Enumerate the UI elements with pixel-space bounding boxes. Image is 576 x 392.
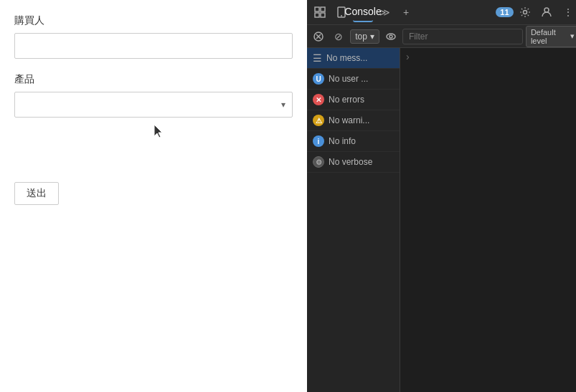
filter-icon[interactable]: ⊘: [330, 27, 347, 47]
svg-rect-4: [321, 13, 325, 17]
sidebar-item-warnings[interactable]: ⚠ No warni...: [307, 110, 400, 131]
console-chevron-icon[interactable]: ›: [403, 48, 412, 65]
product-select[interactable]: [14, 92, 293, 118]
mouse-cursor-icon: [154, 125, 164, 139]
verbose-icon: ⚙: [313, 156, 324, 168]
sidebar-item-info-label: No info: [329, 136, 356, 146]
sidebar-item-info[interactable]: i No info: [307, 131, 400, 152]
profile-icon[interactable]: [537, 2, 557, 22]
buyer-label: 購買人: [14, 14, 293, 27]
user-icon: U: [313, 73, 324, 85]
svg-marker-0: [154, 125, 162, 138]
default-level-selector[interactable]: Default level ▾: [526, 26, 576, 47]
add-tab-icon[interactable]: +: [396, 2, 416, 22]
buyer-field-group: 購買人: [14, 14, 293, 59]
devtools-second-toolbar: ⊘ top ▾ Default level ▾ ⚙: [307, 25, 576, 48]
info-icon: i: [313, 135, 324, 147]
product-select-wrapper: ▾: [14, 92, 293, 118]
svg-point-8: [544, 8, 549, 12]
console-tab[interactable]: Console: [353, 2, 373, 22]
list-icon: ☰: [313, 52, 322, 64]
devtools-console-area: ☰ No mess... U No user ... ✕ No errors ⚠…: [307, 48, 576, 392]
warning-icon: ⚠: [313, 115, 324, 126]
error-icon: ✕: [313, 94, 324, 105]
svg-point-7: [523, 11, 527, 14]
eye-icon[interactable]: [382, 27, 400, 47]
filter-input[interactable]: [402, 29, 523, 44]
svg-rect-2: [321, 7, 325, 11]
more-options-icon[interactable]: ⋮: [558, 2, 576, 22]
default-level-label: Default level: [531, 28, 567, 45]
devtools-top-toolbar: Console ≫ + 11 ⋮ ✕: [307, 0, 576, 25]
submit-button[interactable]: 送出: [14, 182, 59, 205]
product-label: 產品: [14, 73, 293, 86]
svg-point-12: [387, 34, 395, 39]
svg-rect-1: [315, 7, 319, 11]
default-level-arrow: ▾: [570, 32, 575, 41]
sidebar-item-all-label: No mess...: [326, 53, 367, 63]
devtools-panel: Console ≫ + 11 ⋮ ✕ ⊘: [307, 0, 576, 392]
context-selector[interactable]: top ▾: [350, 29, 379, 44]
buyer-input[interactable]: [14, 33, 293, 59]
clear-console-icon[interactable]: [310, 27, 327, 47]
console-output: ›: [400, 48, 576, 392]
sidebar-item-errors[interactable]: ✕ No errors: [307, 90, 400, 110]
sidebar-item-user[interactable]: U No user ...: [307, 69, 400, 90]
svg-rect-3: [315, 13, 319, 17]
sidebar-item-verbose-label: No verbose: [329, 157, 372, 167]
product-field-group: 產品 ▾: [14, 73, 293, 146]
context-selector-label: top: [355, 32, 367, 42]
sidebar-item-verbose[interactable]: ⚙ No verbose: [307, 152, 400, 173]
sidebar-item-errors-label: No errors: [329, 95, 364, 105]
sidebar-item-all[interactable]: ☰ No mess...: [307, 48, 400, 69]
sidebar-item-user-label: No user ...: [329, 74, 368, 84]
console-badge: 11: [496, 7, 513, 17]
sidebar-item-warnings-label: No warni...: [329, 115, 369, 125]
context-selector-arrow: ▾: [370, 32, 374, 42]
settings-icon[interactable]: [515, 2, 535, 22]
svg-point-13: [389, 35, 392, 38]
console-sidebar: ☰ No mess... U No user ... ✕ No errors ⚠…: [307, 48, 400, 392]
more-tabs-icon[interactable]: ≫: [374, 2, 395, 22]
inspect-icon[interactable]: [310, 2, 330, 22]
main-panel: 購買人 產品 ▾ 送出: [0, 0, 307, 392]
